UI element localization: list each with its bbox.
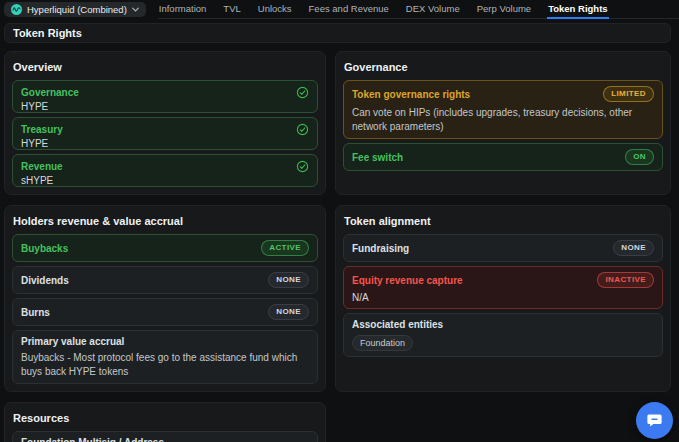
governance-card: Governance Token governance rights LIMIT… [335,51,671,195]
holders-revenue-card: Holders revenue & value accrual Buybacks… [4,205,326,392]
overview-revenue-value: sHYPE [21,175,309,186]
token-alignment-card: Token alignment Fundraising NONE Equity … [335,205,671,392]
dividends-row: Dividends NONE [12,266,318,294]
overview-row-governance: Governance HYPE [12,80,318,113]
chat-support-button[interactable] [636,402,673,439]
fee-switch-row: Fee switch ON [343,143,663,171]
overview-row-treasury: Treasury HYPE [12,117,318,150]
limited-badge: LIMITED [603,86,654,102]
active-badge: ACTIVE [261,240,309,256]
primary-value-accrual-description: Buybacks - Most protocol fees go to the … [21,351,309,378]
tab-perp-volume[interactable]: Perp Volume [476,0,532,19]
equity-revenue-capture-label: Equity revenue capture [352,275,463,286]
overview-governance-label: Governance [21,87,79,98]
none-badge: NONE [613,240,654,256]
fee-switch-label: Fee switch [352,152,403,163]
check-circle-icon [296,123,309,136]
holders-revenue-card-title: Holders revenue & value accrual [13,215,317,227]
tab-dex-volume[interactable]: DEX Volume [405,0,461,19]
token-rights-page: Hyperliquid (Combined) Information TVL U… [0,0,679,442]
overview-governance-value: HYPE [21,101,309,112]
overview-treasury-label: Treasury [21,124,63,135]
protocol-selector-dropdown[interactable]: Hyperliquid (Combined) [4,2,146,17]
burns-row: Burns NONE [12,298,318,326]
check-circle-icon [296,160,309,173]
equity-revenue-capture-value: N/A [352,292,654,303]
burns-label: Burns [21,307,50,318]
resources-card: Resources Foundation Multisig / Address … [4,402,326,442]
page-title: Token Rights [13,27,82,39]
foundation-multisig-row: Foundation Multisig / Address 0xfefefefe… [12,431,318,442]
tab-information[interactable]: Information [158,0,208,19]
page-title-bar: Token Rights [4,23,671,43]
tab-tvl[interactable]: TVL [222,0,241,19]
chat-bubble-icon [645,411,664,430]
section-tabs: Information TVL Unlocks Fees and Revenue… [158,0,679,19]
foundation-multisig-label: Foundation Multisig / Address [21,437,232,442]
fundraising-label: Fundraising [352,243,409,254]
governance-card-title: Governance [344,61,662,73]
associated-entities-label: Associated entities [352,319,443,330]
overview-row-revenue: Revenue sHYPE [12,154,318,187]
buybacks-row: Buybacks ACTIVE [12,234,318,262]
tab-token-rights[interactable]: Token Rights [547,0,608,19]
primary-value-accrual-row: Primary value accrual Buybacks - Most pr… [12,330,318,384]
top-navigation: Hyperliquid (Combined) Information TVL U… [0,0,679,19]
resources-card-title: Resources [13,412,317,424]
protocol-selector-label: Hyperliquid (Combined) [27,4,127,15]
token-governance-rights-description: Can vote on HIPs (includes upgrades, tre… [352,106,652,133]
primary-value-accrual-label: Primary value accrual [21,336,124,347]
dividends-label: Dividends [21,275,69,286]
none-badge: NONE [268,304,309,320]
overview-card: Overview Governance HYPE Treasury H [4,51,326,195]
empty-grid-cell [335,402,671,442]
overview-card-title: Overview [13,61,317,73]
check-circle-icon [296,86,309,99]
associated-entities-row: Associated entities Foundation [343,313,663,357]
tab-fees-and-revenue[interactable]: Fees and Revenue [308,0,390,19]
token-governance-rights-row: Token governance rights LIMITED Can vote… [343,80,663,139]
inactive-badge: INACTIVE [597,272,654,288]
cards-grid: Overview Governance HYPE Treasury H [0,43,679,442]
overview-revenue-label: Revenue [21,161,63,172]
token-governance-rights-label: Token governance rights [352,89,470,100]
buybacks-label: Buybacks [21,243,68,254]
none-badge: NONE [268,272,309,288]
on-badge: ON [625,149,654,165]
token-alignment-card-title: Token alignment [344,215,662,227]
fundraising-row: Fundraising NONE [343,234,663,262]
equity-revenue-capture-row: Equity revenue capture INACTIVE N/A [343,266,663,309]
hyperliquid-logo-icon [11,4,22,15]
chevron-down-icon [132,7,139,12]
tab-unlocks[interactable]: Unlocks [257,0,293,19]
overview-treasury-value: HYPE [21,138,309,149]
entity-tag-foundation: Foundation [352,335,413,351]
